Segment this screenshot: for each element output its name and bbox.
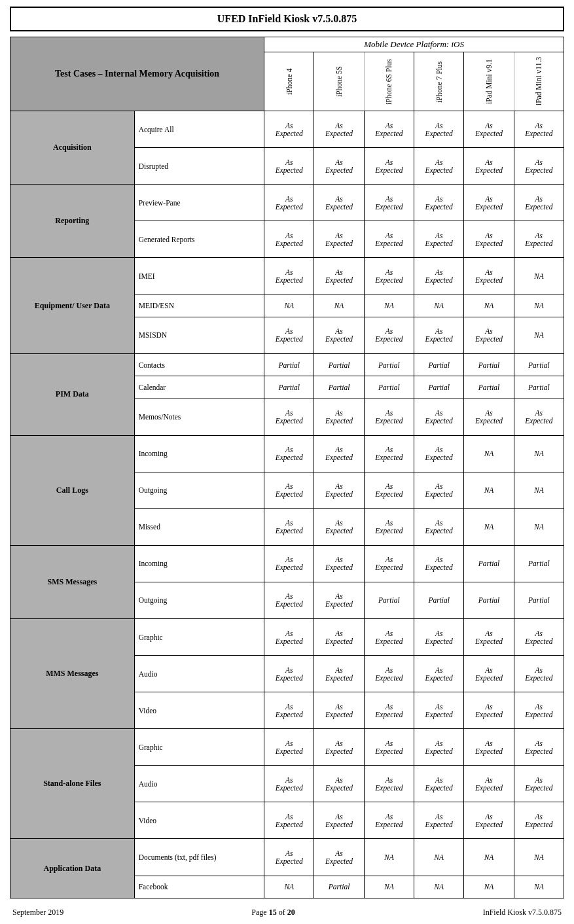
data-cell: Partial bbox=[414, 376, 464, 399]
data-cell: AsExpected bbox=[514, 656, 564, 692]
data-cell: AsExpected bbox=[314, 545, 364, 582]
data-cell: AsExpected bbox=[264, 729, 314, 766]
subcategory-cell: Graphic bbox=[134, 729, 264, 766]
data-cell: NA bbox=[514, 472, 564, 508]
data-cell: Partial bbox=[514, 545, 564, 582]
data-cell: AsExpected bbox=[314, 317, 364, 353]
data-cell: NA bbox=[514, 508, 564, 545]
footer-center: Page 15 of 20 bbox=[251, 908, 295, 917]
data-cell: Partial bbox=[264, 376, 314, 399]
data-cell: Partial bbox=[414, 582, 464, 618]
data-cell: NA bbox=[514, 876, 564, 898]
data-cell: AsExpected bbox=[414, 399, 464, 435]
data-cell: AsExpected bbox=[264, 656, 314, 692]
footer: September 2019 Page 15 of 20 InField Kio… bbox=[10, 902, 564, 917]
data-cell: AsExpected bbox=[264, 317, 314, 353]
subcategory-cell: Preview-Pane bbox=[134, 185, 264, 221]
data-cell: AsExpected bbox=[314, 221, 364, 258]
data-cell: AsExpected bbox=[464, 619, 514, 656]
data-cell: AsExpected bbox=[264, 545, 314, 582]
table-row: AcquisitionAcquire AllAsExpectedAsExpect… bbox=[10, 111, 564, 148]
device-header: iPhone 6S Plus bbox=[364, 52, 414, 111]
data-cell: AsExpected bbox=[514, 399, 564, 435]
data-cell: AsExpected bbox=[314, 258, 364, 294]
subcategory-cell: Disrupted bbox=[134, 148, 264, 185]
data-cell: AsExpected bbox=[514, 221, 564, 258]
table-row: Stand-alone FilesGraphicAsExpectedAsExpe… bbox=[10, 729, 564, 766]
data-cell: AsExpected bbox=[364, 619, 414, 656]
data-cell: NA bbox=[364, 294, 414, 317]
data-cell: AsExpected bbox=[364, 111, 414, 148]
data-cell: AsExpected bbox=[464, 802, 514, 839]
data-cell: AsExpected bbox=[314, 692, 364, 729]
data-cell: AsExpected bbox=[414, 802, 464, 839]
section-title: Test Cases – Internal Memory Acquisition bbox=[10, 37, 264, 111]
data-cell: NA bbox=[514, 839, 564, 876]
data-cell: AsExpected bbox=[464, 258, 514, 294]
platform-header: Mobile Device Platform: iOS bbox=[264, 37, 564, 52]
data-cell: AsExpected bbox=[264, 435, 314, 472]
data-cell: AsExpected bbox=[314, 802, 364, 839]
data-cell: AsExpected bbox=[264, 399, 314, 435]
table-row: Application DataDocuments (txt, pdf file… bbox=[10, 839, 564, 876]
data-cell: NA bbox=[414, 839, 464, 876]
data-cell: Partial bbox=[464, 545, 514, 582]
category-cell: Stand-alone Files bbox=[10, 729, 135, 839]
data-cell: AsExpected bbox=[464, 317, 514, 353]
subcategory-cell: Calendar bbox=[134, 376, 264, 399]
data-cell: AsExpected bbox=[264, 258, 314, 294]
subcategory-cell: MSISDN bbox=[134, 317, 264, 353]
data-cell: AsExpected bbox=[364, 692, 414, 729]
category-cell: Reporting bbox=[10, 185, 135, 258]
subcategory-cell: Missed bbox=[134, 508, 264, 545]
data-cell: NA bbox=[464, 435, 514, 472]
device-header: iPad Mini v9.1 bbox=[464, 52, 514, 111]
data-cell: AsExpected bbox=[364, 802, 414, 839]
data-cell: AsExpected bbox=[264, 839, 314, 876]
data-cell: Partial bbox=[464, 353, 514, 376]
data-cell: AsExpected bbox=[364, 258, 414, 294]
data-cell: NA bbox=[314, 294, 364, 317]
data-cell: AsExpected bbox=[464, 766, 514, 802]
device-header: iPhone 5S bbox=[314, 52, 364, 111]
data-cell: NA bbox=[264, 876, 314, 898]
subcategory-cell: Memos/Notes bbox=[134, 399, 264, 435]
table-row: PIM DataContactsPartialPartialPartialPar… bbox=[10, 353, 564, 376]
data-cell: AsExpected bbox=[414, 435, 464, 472]
data-cell: AsExpected bbox=[264, 148, 314, 185]
data-cell: AsExpected bbox=[314, 582, 364, 618]
data-cell: AsExpected bbox=[514, 148, 564, 185]
data-cell: AsExpected bbox=[414, 545, 464, 582]
subcategory-cell: Outgoing bbox=[134, 472, 264, 508]
subcategory-cell: Documents (txt, pdf files) bbox=[134, 839, 264, 876]
data-cell: AsExpected bbox=[414, 656, 464, 692]
subcategory-cell: Video bbox=[134, 692, 264, 729]
data-cell: AsExpected bbox=[364, 435, 414, 472]
device-header: iPad Mini v11.3 bbox=[514, 52, 564, 111]
data-cell: AsExpected bbox=[314, 839, 364, 876]
data-cell: NA bbox=[514, 258, 564, 294]
subcategory-cell: Generated Reports bbox=[134, 221, 264, 258]
data-cell: AsExpected bbox=[414, 221, 464, 258]
data-cell: AsExpected bbox=[264, 472, 314, 508]
data-cell: NA bbox=[464, 508, 514, 545]
data-cell: AsExpected bbox=[314, 619, 364, 656]
data-cell: NA bbox=[514, 317, 564, 353]
table-row: Equipment/ User DataIMEIAsExpectedAsExpe… bbox=[10, 258, 564, 294]
data-cell: Partial bbox=[464, 582, 514, 618]
subcategory-cell: Facebook bbox=[134, 876, 264, 898]
data-cell: Partial bbox=[464, 376, 514, 399]
data-cell: AsExpected bbox=[314, 148, 364, 185]
subcategory-cell: Acquire All bbox=[134, 111, 264, 148]
data-cell: NA bbox=[514, 435, 564, 472]
data-cell: AsExpected bbox=[514, 619, 564, 656]
data-cell: AsExpected bbox=[264, 185, 314, 221]
data-cell: AsExpected bbox=[364, 545, 414, 582]
data-cell: AsExpected bbox=[414, 317, 464, 353]
subcategory-cell: Incoming bbox=[134, 435, 264, 472]
data-cell: Partial bbox=[514, 582, 564, 618]
data-cell: AsExpected bbox=[364, 508, 414, 545]
main-table: Test Cases – Internal Memory Acquisition… bbox=[10, 37, 564, 898]
device-header: iPhone 4 bbox=[264, 52, 314, 111]
data-cell: AsExpected bbox=[264, 582, 314, 618]
